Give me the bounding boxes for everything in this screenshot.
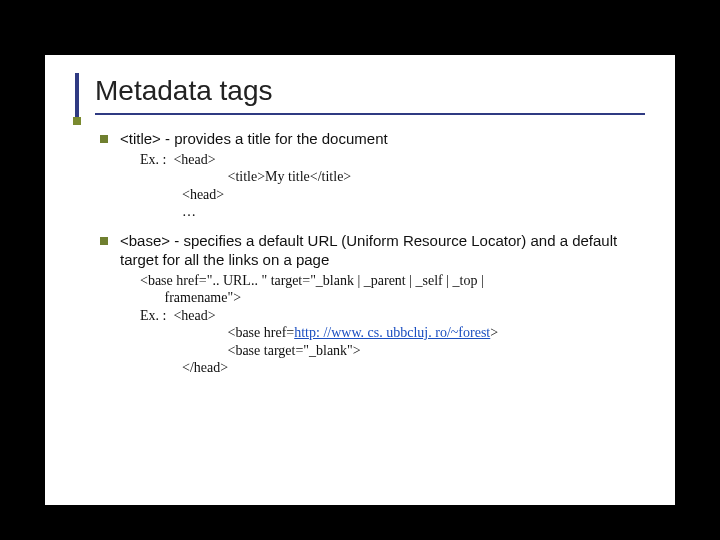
heading-wrap: Metadata tags xyxy=(95,55,645,115)
code-line: framename"> xyxy=(140,289,641,307)
code-line: … xyxy=(140,203,641,221)
code-line: </head> xyxy=(140,359,641,377)
code-line: <base href=".. URL.. " target="_blank | … xyxy=(140,272,641,290)
example-url-link[interactable]: http: //www. cs. ubbcluj. ro/~forest xyxy=(294,325,490,340)
code-text: > xyxy=(490,325,498,340)
code-line: <head> xyxy=(140,186,641,204)
square-bullet-icon xyxy=(100,135,108,143)
accent-bar xyxy=(75,73,79,118)
slide-body: Metadata tags <title> - provides a title… xyxy=(45,55,675,505)
slide-content: <title> - provides a title for the docum… xyxy=(45,115,675,377)
bullet-base-tag: <base> - specifies a default URL (Unifor… xyxy=(100,231,641,377)
bullet-text: <base> - specifies a default URL (Unifor… xyxy=(120,232,617,269)
code-line: <base target="_blank"> xyxy=(140,342,641,360)
square-bullet-icon xyxy=(100,237,108,245)
code-line: <title>My title</title> xyxy=(140,168,641,186)
accent-dot xyxy=(73,117,81,125)
code-line: Ex. : <head> xyxy=(140,151,641,169)
example-block-2: <base href=".. URL.. " target="_blank | … xyxy=(140,272,641,377)
code-line: <base href=http: //www. cs. ubbcluj. ro/… xyxy=(140,324,641,342)
slide-title: Metadata tags xyxy=(95,75,645,107)
example-block-1: Ex. : <head> <title>My title</title> <he… xyxy=(140,151,641,221)
bullet-title-tag: <title> - provides a title for the docum… xyxy=(100,129,641,221)
bullet-text: <title> - provides a title for the docum… xyxy=(120,130,388,147)
code-text: <base href= xyxy=(140,325,294,340)
code-line: Ex. : <head> xyxy=(140,307,641,325)
